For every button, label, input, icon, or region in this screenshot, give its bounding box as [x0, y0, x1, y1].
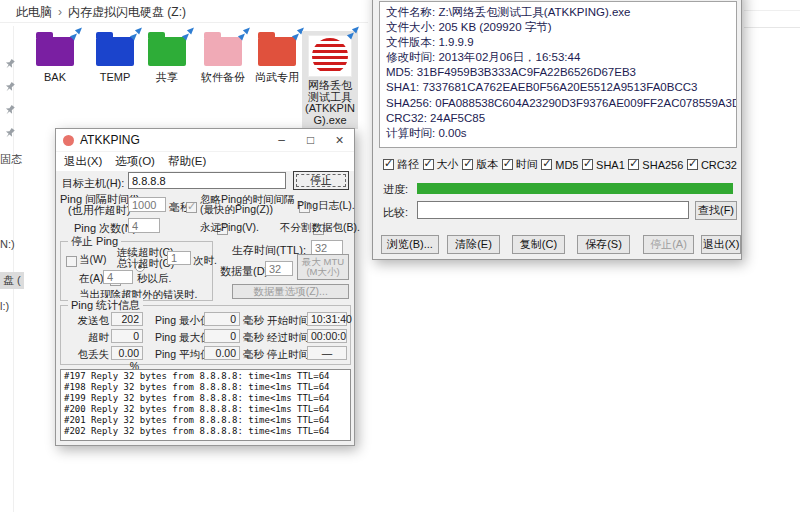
navpane-item-selected[interactable]: 盘 ( [0, 272, 24, 289]
maximize-button[interactable]: □ [296, 129, 325, 151]
file-version-label: 文件版本: [386, 36, 435, 48]
folder-temp[interactable]: TEMP [85, 30, 145, 83]
log-line: #200 Reply 32 bytes from 8.8.8.8: time<1… [64, 404, 347, 415]
stop-ping-button[interactable]: 停止 [293, 171, 349, 190]
hash-options-row: 路径 大小 版本 时间 MD5 SHA1 SHA256 CRC32 [383, 157, 737, 172]
compare-label: 比较: [383, 205, 408, 220]
data-size-input[interactable] [265, 261, 293, 276]
clear-button[interactable]: 清除(E) [447, 235, 500, 254]
modified-time-label: 修改时间: [386, 51, 435, 63]
item-label: BAK [25, 71, 85, 83]
compressed-arrows-icon [67, 27, 83, 43]
pin-icon [4, 104, 16, 116]
breadcrumb-this-pc[interactable]: 此电脑 [16, 5, 52, 19]
sha1-label: SHA1: [386, 81, 419, 93]
title-bar[interactable]: ATKKPING – □ × [56, 129, 354, 152]
file-size-label: 文件大小: [386, 21, 435, 33]
option-crc32-checkbox[interactable] [687, 159, 698, 170]
times-suffix-label: 次时. [193, 254, 217, 268]
exit-button[interactable]: 退出(X) [701, 235, 741, 254]
folder-software-backup[interactable]: 软件备份 [193, 30, 253, 83]
navpane-item[interactable]: l:) [0, 300, 9, 312]
navpane-item[interactable]: N:) [0, 238, 15, 250]
option-md5-checkbox[interactable] [541, 159, 552, 170]
stop-time-label: 停止时间 [267, 348, 309, 362]
no-fragment-label: 不分割数据包(B). [280, 221, 360, 235]
desktop: 此电脑›内存虚拟闪电硬盘 (Z:) 固态 N:) 盘 ( l:) BAK TEM… [0, 0, 800, 512]
folder-shangwu[interactable]: 尚武专用 [247, 30, 307, 83]
folder-share[interactable]: 共享 [137, 30, 197, 83]
compare-input[interactable] [417, 201, 689, 219]
interval-input[interactable] [128, 197, 166, 212]
option-path-checkbox[interactable] [383, 159, 394, 170]
ping-log-output[interactable]: #197 Reply 32 bytes from 8.8.8.8: time<1… [60, 369, 351, 441]
item-label: TEMP [85, 71, 145, 83]
app-icon [63, 135, 74, 146]
sent-label: 发送包 [69, 314, 109, 328]
data-size-options-button[interactable]: 数据量选项(Z)... [232, 284, 349, 299]
menu-options[interactable]: 选项(O) [115, 154, 155, 169]
stop-after-label: 在(A) [79, 272, 104, 286]
sha256-value: 0FA088538C604A23290D3F9376AE009FF2AC0785… [435, 97, 737, 109]
hash-results-box[interactable]: 文件名称: Z:\网络丢包测试工具(ATKKPING).exe 文件大小: 20… [379, 1, 737, 148]
navpane-item[interactable]: 固态 [0, 152, 22, 167]
navpane-divider [13, 26, 14, 512]
menu-exit[interactable]: 退出(X) [64, 154, 102, 169]
option-sha1-checkbox[interactable] [582, 159, 593, 170]
calc-time-value: 0.00s [438, 127, 466, 139]
option-version-checkbox[interactable] [462, 159, 473, 170]
timeout-times-input[interactable] [167, 251, 191, 265]
item-label: 软件备份 [193, 71, 253, 83]
option-size-label: 大小 [437, 157, 459, 172]
option-sha256-checkbox[interactable] [628, 159, 639, 170]
folder-icon [96, 37, 134, 66]
browse-button[interactable]: 浏览(B)... [381, 235, 439, 254]
breadcrumb-drive[interactable]: 内存虚拟闪电硬盘 (Z:) [68, 5, 186, 19]
total-timeout-label: 总计超时(G) [117, 257, 174, 271]
ping-count-input[interactable] [128, 218, 160, 233]
option-time-checkbox[interactable] [502, 159, 513, 170]
stop-when-checkbox[interactable] [66, 256, 77, 267]
target-host-input[interactable] [128, 172, 286, 189]
ttl-input[interactable] [311, 240, 343, 255]
stop-ping-group: 停止 Ping 当(W) 连续超时(C) 总计超时(G) 次时. 在(A) 秒以… [60, 241, 213, 301]
max-label: Ping 最大值 [155, 331, 210, 345]
max-mtu-button[interactable]: 最大 MTU(M大小) [297, 254, 349, 280]
minimize-button[interactable]: – [267, 129, 296, 151]
menu-help[interactable]: 帮助(E) [168, 154, 206, 169]
menu-bar: 退出(X) 选项(O) 帮助(E) [56, 152, 354, 171]
min-unit: 毫秒 [243, 314, 264, 328]
calc-time-label: 计算时间: [386, 127, 435, 139]
copy-button[interactable]: 复制(C) [512, 235, 565, 254]
ping-log-label: Ping日志(L). [297, 199, 355, 213]
timeout-value: 0 [111, 329, 143, 343]
folder-bak[interactable]: BAK [25, 30, 85, 83]
ignore-interval-label-2: (最快的Ping(Z)) [200, 203, 273, 217]
max-value: 0 [204, 329, 240, 343]
option-size-checkbox[interactable] [423, 159, 434, 170]
stop-when-label: 当(W) [79, 253, 106, 267]
option-version-label: 版本 [476, 157, 498, 172]
option-sha1-label: SHA1 [596, 159, 625, 171]
stop-button[interactable]: 停止(A) [643, 235, 694, 254]
find-button[interactable]: 查找(F) [695, 201, 737, 220]
ping-forever-label: 永远Ping(V). [200, 221, 259, 235]
ignore-interval-checkbox[interactable] [186, 202, 197, 213]
start-time-label: 开始时间 [267, 314, 309, 328]
file-atkkping-exe-selected[interactable]: 网络丢包测试工具(ATKKPING).exe [302, 31, 358, 129]
window-title: ATKKPING [80, 133, 140, 147]
progress-label: 进度: [383, 182, 408, 197]
save-button[interactable]: 保存(S) [577, 235, 630, 254]
log-line: #199 Reply 32 bytes from 8.8.8.8: time<1… [64, 393, 347, 404]
after-suffix-label: 秒以后. [137, 272, 171, 286]
compressed-arrows-icon [344, 26, 360, 42]
exe-red-ball-icon [308, 35, 352, 77]
file-version-value: 1.9.9.9 [438, 36, 473, 48]
close-button[interactable]: × [325, 129, 354, 151]
log-line: #201 Reply 32 bytes from 8.8.8.8: time<1… [64, 415, 347, 426]
stop-after-input[interactable] [103, 270, 133, 284]
folder-icon [148, 37, 186, 66]
loss-label: 包丢失 [69, 348, 109, 362]
hash-tool-window: 文件名称: Z:\网络丢包测试工具(ATKKPING).exe 文件大小: 20… [372, 0, 742, 260]
data-size-label: 数据量(D): [220, 264, 271, 279]
